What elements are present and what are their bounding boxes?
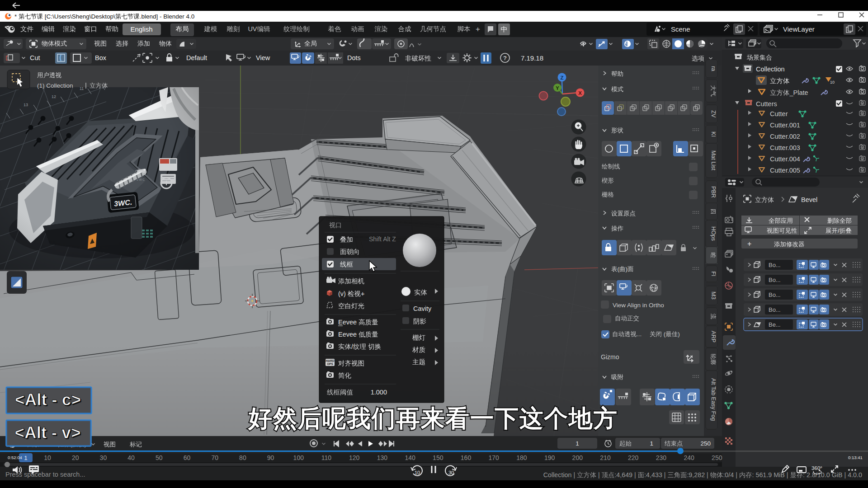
svg-text:Bo...: Bo... (769, 262, 781, 268)
svg-text:200: 200 (572, 454, 583, 461)
svg-text::4,433 |: :4,433 | (644, 471, 665, 479)
svg-text::9,282 |: :9,282 | (687, 471, 708, 479)
svg-text:20: 20 (72, 454, 79, 461)
svg-text:Cavity: Cavity (413, 305, 432, 312)
svg-text:PBR: PBR (710, 186, 717, 198)
svg-text:KI: KI (710, 131, 717, 137)
svg-text:230: 230 (656, 454, 667, 461)
svg-text:60: 60 (184, 454, 191, 461)
svg-text:Cutter: Cutter (770, 110, 788, 117)
svg-text:250: 250 (700, 440, 711, 447)
svg-text:1: 1 (650, 440, 653, 447)
svg-text:Z: Z (560, 75, 563, 80)
svg-text::4,649 |: :4,649 | (614, 471, 636, 479)
svg-text:ra: ra (710, 66, 717, 71)
svg-text:X: X (578, 90, 582, 96)
svg-text:(1) Collection: (1) Collection (37, 82, 73, 89)
svg-text:70: 70 (211, 454, 218, 461)
svg-text:1.000: 1.000 (371, 389, 387, 396)
svg-text:Y: Y (556, 85, 559, 91)
svg-text:360°: 360° (811, 465, 822, 471)
svg-text:Be...: Be... (769, 321, 781, 328)
svg-text:+: + (747, 240, 751, 248)
svg-text:View: View (256, 54, 270, 61)
svg-text:Dots: Dots (347, 54, 361, 61)
svg-text:Mat List: Mat List (710, 150, 717, 170)
svg-text:(: ( (618, 266, 620, 272)
svg-text:?: ? (503, 55, 507, 61)
svg-text:180: 180 (516, 454, 527, 461)
svg-text:1: 1 (24, 455, 28, 461)
svg-text:7.19.18: 7.19.18 (521, 54, 543, 62)
svg-text:): ) (626, 266, 628, 272)
svg-text:HARD: HARD (326, 359, 335, 362)
svg-text:220: 220 (628, 454, 639, 461)
svg-text:110: 110 (321, 454, 332, 461)
svg-text:Cutter.005: Cutter.005 (770, 167, 800, 174)
svg-text:150: 150 (433, 454, 443, 461)
svg-text:0:52:04: 0:52:04 (8, 455, 22, 460)
svg-text:90: 90 (267, 454, 274, 461)
svg-text:210: 210 (600, 454, 611, 461)
svg-text:170: 170 (489, 454, 500, 461)
svg-text:140: 140 (405, 454, 415, 461)
svg-text:View Align in Ortho: View Align in Ortho (613, 302, 664, 309)
svg-text:[C:\Users\Sheng\Desktop\: [C:\Users\Sheng\Desktop\ (45, 13, 115, 20)
svg-text:|: | (598, 471, 600, 479)
svg-text:30: 30 (448, 470, 454, 475)
svg-text:240: 240 (684, 454, 694, 461)
svg-text:_Plate: _Plate (789, 89, 808, 96)
svg-text:10: 10 (830, 80, 835, 84)
svg-text:ZV: ZV (710, 110, 717, 118)
svg-text:Bo...: Bo... (769, 291, 781, 298)
svg-text:Gizmo: Gizmo (601, 353, 619, 361)
svg-text:40: 40 (127, 454, 135, 461)
svg-text:10: 10 (415, 470, 420, 475)
svg-text:Scene: Scene (671, 25, 690, 33)
svg-text:Bo...: Bo... (769, 277, 781, 283)
svg-text:+: + (476, 25, 480, 33)
svg-text:Cutter.004: Cutter.004 (770, 155, 800, 163)
svg-text:(v): (v) (338, 290, 346, 297)
svg-text:Cutter.003: Cutter.003 (770, 144, 800, 151)
svg-text:0:13:41: 0:13:41 (848, 455, 863, 460)
svg-text:50: 50 (156, 454, 163, 461)
svg-text:UV: UV (248, 25, 257, 33)
svg-text:+: + (361, 290, 364, 297)
svg-text:160: 160 (461, 454, 472, 461)
svg-text:Cutter.001: Cutter.001 (770, 122, 800, 129)
svg-text:130: 130 (377, 454, 388, 461)
svg-text:FI: FI (710, 271, 717, 276)
svg-text::0/4 |: :0/4 | (723, 471, 737, 479)
svg-text:Cutter.002: Cutter.002 (770, 133, 800, 140)
svg-text:1: 1 (576, 440, 579, 447)
svg-text:Eevee: Eevee (338, 331, 357, 338)
svg-text:<Alt - c>: <Alt - c> (15, 390, 81, 409)
svg-text:Bevel: Bevel (801, 196, 817, 203)
svg-text:120: 120 (349, 454, 360, 461)
svg-text:Alt Tab Easy Fog: Alt Tab Easy Fog (710, 378, 717, 421)
svg-text:190: 190 (544, 454, 555, 461)
svg-text:Cutters: Cutters (756, 100, 777, 108)
svg-text:*: * (14, 13, 17, 20)
svg-text:/: / (838, 227, 840, 234)
svg-text:Collection |: Collection | (543, 471, 575, 479)
svg-text:30: 30 (100, 454, 107, 461)
svg-text:ARP: ARP (710, 331, 717, 343)
svg-text:OPS: OPS (327, 362, 333, 366)
svg-text:Bo...: Bo... (769, 306, 781, 313)
svg-text:Cut: Cut (30, 54, 40, 61)
svg-text:80: 80 (239, 454, 246, 461)
svg-text:M3: M3 (710, 291, 717, 299)
svg-text:<Alt - v>: <Alt - v> (15, 423, 81, 442)
svg-text:Default: Default (186, 54, 207, 61)
svg-text:250: 250 (712, 454, 722, 461)
svg-text:100: 100 (293, 454, 304, 461)
svg-text:ViewLayer: ViewLayer (783, 25, 815, 33)
svg-text:Shift Alt Z: Shift Alt Z (369, 235, 396, 243)
svg-text:): ) (678, 331, 680, 338)
svg-text:Box: Box (95, 54, 107, 61)
svg-text:HOps: HOps (710, 226, 717, 241)
svg-text:10: 10 (44, 454, 51, 461)
svg-text:...: ... (637, 331, 642, 338)
